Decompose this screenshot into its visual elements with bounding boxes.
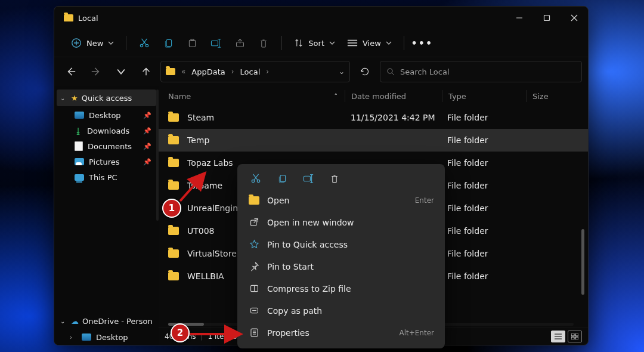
column-name[interactable]: Name˄ (168, 92, 345, 101)
breadcrumb[interactable]: Local (239, 67, 262, 76)
cut-icon[interactable] (246, 169, 266, 187)
address-prefix: « (180, 67, 187, 76)
sidebar-item-label: Documents (88, 142, 132, 151)
svg-rect-11 (166, 39, 172, 46)
address-bar-row: « AppData › Local › ⌄ Search Local (54, 57, 588, 86)
view-button[interactable]: View (341, 33, 398, 53)
copy-icon[interactable] (156, 33, 180, 53)
divider (404, 36, 404, 50)
refresh-button[interactable] (354, 61, 376, 82)
download-icon: ⭳ (75, 126, 82, 135)
context-menu-item[interactable]: Pin to Start (242, 255, 440, 277)
annotation-arrow-1 (178, 170, 211, 205)
context-menu-item[interactable]: PropertiesAlt+Enter (242, 322, 440, 344)
pin-icon: 📌 (143, 127, 151, 135)
sidebar-item-label: Downloads (87, 126, 129, 135)
file-type: File folder (441, 158, 525, 168)
new-label: New (86, 39, 103, 48)
picture-icon (75, 158, 84, 165)
file-type: File folder (441, 135, 525, 145)
column-size[interactable]: Size (526, 90, 568, 102)
address-bar[interactable]: « AppData › Local › ⌄ (160, 61, 350, 82)
context-menu-item[interactable]: Pin to Quick access (242, 233, 440, 255)
chevron-down-icon: ⌄ (60, 318, 67, 325)
file-type: File folder (441, 181, 525, 190)
search-placeholder: Search Local (400, 67, 450, 76)
open-new-icon (249, 217, 259, 227)
svg-line-10 (142, 39, 146, 45)
sidebar-item-onedrive-desktop[interactable]: › Desktop (54, 329, 159, 345)
rename-icon[interactable] (298, 169, 318, 187)
shortcut-hint: Enter (415, 196, 434, 205)
context-menu-label: Open in new window (267, 218, 354, 227)
svg-line-9 (143, 39, 147, 45)
pin-icon: 📌 (143, 143, 151, 150)
annotation-badge-1: 1 (162, 199, 181, 218)
window-title: Local (78, 14, 98, 23)
breadcrumb[interactable]: AppData (190, 67, 226, 76)
scrollbar-vertical[interactable] (581, 229, 584, 295)
context-menu-label: Pin to Start (267, 262, 314, 271)
folder-icon (168, 136, 179, 144)
recent-dropdown[interactable] (110, 61, 132, 82)
divider (126, 36, 126, 50)
context-menu-item[interactable]: Copy as path (242, 299, 440, 322)
cloud-icon: ☁ (71, 317, 79, 326)
chevron-right-icon: › (70, 334, 77, 341)
paste-icon[interactable] (180, 33, 204, 53)
zip-icon (249, 283, 259, 294)
context-menu-label: Properties (267, 328, 309, 338)
column-type[interactable]: Type (442, 90, 526, 102)
new-button[interactable]: New (65, 33, 120, 53)
column-date[interactable]: Date modified (345, 90, 442, 102)
file-type: File folder (441, 271, 525, 281)
sidebar-item-this-pc[interactable]: This PC (54, 169, 159, 185)
svg-point-31 (252, 180, 254, 182)
sidebar-item-label: Desktop (96, 333, 128, 342)
sort-label: Sort (308, 39, 324, 48)
sidebar-item-label: Quick access (82, 94, 132, 103)
context-icon-row (242, 168, 440, 189)
delete-icon[interactable] (252, 33, 275, 53)
sort-button[interactable]: Sort (288, 33, 341, 53)
title-bar[interactable]: Local (54, 7, 588, 29)
chevron-right-icon: › (265, 67, 270, 76)
sidebar-item-desktop[interactable]: Desktop📌 (54, 107, 159, 123)
context-menu-item[interactable]: Open in new window (242, 211, 440, 233)
delete-icon[interactable] (324, 169, 345, 187)
maximize-button[interactable] (533, 7, 561, 29)
pin-icon: 📌 (143, 112, 151, 119)
thumbnails-view-toggle[interactable] (568, 331, 582, 342)
copy-icon[interactable] (272, 169, 292, 187)
back-button[interactable] (60, 61, 82, 82)
search-input[interactable]: Search Local (380, 61, 582, 82)
sidebar-item-downloads[interactable]: ⭳Downloads📌 (54, 123, 159, 138)
close-button[interactable] (561, 7, 588, 29)
context-menu-item[interactable]: OpenEnter (242, 189, 440, 211)
minimize-button[interactable] (506, 7, 533, 29)
svg-rect-12 (189, 40, 195, 47)
sidebar-item-onedrive[interactable]: ⌄ ☁ OneDrive - Person (54, 313, 159, 329)
rename-icon[interactable] (204, 33, 228, 53)
up-button[interactable] (135, 61, 157, 82)
copy-path-icon (249, 305, 259, 316)
svg-rect-36 (304, 176, 310, 181)
sidebar-item-documents[interactable]: Documents📌 (54, 138, 159, 154)
svg-rect-29 (571, 337, 574, 339)
view-label: View (363, 39, 381, 48)
context-menu-label: Copy as path (267, 306, 322, 316)
file-date: 11/15/2021 4:42 PM (345, 113, 441, 122)
sidebar-item-quick-access[interactable]: ⌄ ★ Quick access (57, 89, 156, 106)
details-view-toggle[interactable] (551, 331, 565, 342)
sidebar-item-pictures[interactable]: Pictures📌 (54, 154, 159, 169)
chevron-down-icon[interactable]: ⌄ (339, 67, 345, 76)
cut-icon[interactable] (132, 33, 156, 53)
forward-button[interactable] (85, 61, 107, 82)
table-row[interactable]: Steam11/15/2021 4:42 PMFile folder (159, 106, 588, 129)
share-icon[interactable] (228, 33, 252, 53)
more-button[interactable]: ••• (410, 38, 434, 49)
table-row[interactable]: TempFile folder (159, 129, 588, 152)
svg-rect-35 (280, 175, 286, 181)
context-menu-label: Compress to Zip file (267, 284, 351, 294)
context-menu-item[interactable]: Compress to Zip file (242, 277, 440, 299)
